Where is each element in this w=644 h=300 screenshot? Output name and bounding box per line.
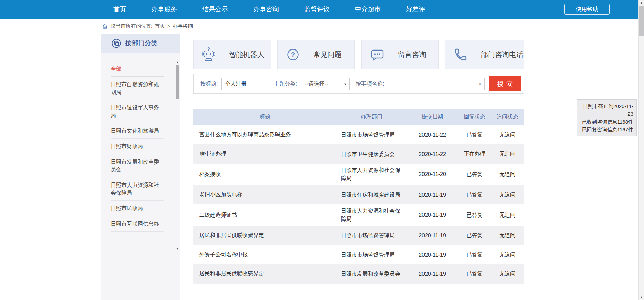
page-scroll-down-arrow[interactable]: ▼ xyxy=(639,295,644,300)
table-row: 居民和非居民供暖收费界定日照市市场监督管理局2020-11-19已答复无追问 xyxy=(193,226,524,245)
nav-item[interactable]: 结果公示 xyxy=(202,5,228,14)
nav-item[interactable]: 办事咨询 xyxy=(253,5,279,14)
notice-line: 已回复咨询信息1167件 xyxy=(580,126,633,133)
reply-status-cell: 已答复 xyxy=(459,251,491,258)
submit-date-cell: 2020-11-19 xyxy=(406,271,459,277)
follow-status-cell: 无追问 xyxy=(491,212,524,219)
title-search-input[interactable] xyxy=(221,78,268,90)
table-header-cell: 办理部门 xyxy=(337,113,406,121)
table-row: 档案接收日照市人力资源和社会保障局2020-11-20已答复无追问 xyxy=(193,164,524,185)
nav-item[interactable]: 中介超市 xyxy=(355,5,381,14)
follow-status-cell: 无追问 xyxy=(491,171,524,178)
reply-status-cell: 已答复 xyxy=(459,232,491,239)
quick-link-label: 部门咨询电话 xyxy=(481,50,523,59)
reply-status-cell: 正在办理 xyxy=(459,151,491,158)
follow-status-cell: 无追问 xyxy=(491,251,524,258)
submit-date-cell: 2020-11-19 xyxy=(406,212,459,218)
department-cell: 日照市市场监督管理局 xyxy=(337,229,406,242)
message-icon xyxy=(370,47,385,62)
category-icon xyxy=(111,38,121,48)
sidebar-item[interactable]: 日照市人力资源和社会保障局 xyxy=(111,177,164,201)
table-header-row: 标题办理部门提交日期回复状态追问状态 xyxy=(193,109,524,125)
faq-button[interactable]: ? 常见问题 xyxy=(277,40,355,69)
sidebar-item[interactable]: 日照市文化和旅游局 xyxy=(111,123,164,139)
page-scroll-up-arrow[interactable]: ▲ xyxy=(639,0,644,5)
nav-item[interactable]: 好差评 xyxy=(406,5,425,14)
table-header-cell: 回复状态 xyxy=(459,113,491,121)
department-cell: 日照市市场监督管理局 xyxy=(337,248,406,262)
sidebar-item[interactable]: 日照市退役军人事务局 xyxy=(111,100,164,123)
divider xyxy=(306,47,306,62)
sidebar-item-all[interactable]: 全部 xyxy=(111,61,164,77)
reply-status-cell: 已答复 xyxy=(459,131,491,138)
smart-robot-button[interactable]: 智能机器人 xyxy=(193,40,271,69)
sidebar-scroll-thumb[interactable] xyxy=(176,65,179,99)
breadcrumb-separator: > xyxy=(167,23,170,29)
table-header-cell: 提交日期 xyxy=(406,113,459,121)
divider xyxy=(391,47,391,62)
submit-date-cell: 2020-11-19 xyxy=(406,252,459,258)
department-sidebar: 按部门分类 全部日照市自然资源和规划局日照市退役军人事务局日照市文化和旅游局日照… xyxy=(101,34,180,300)
table-row: 二级建造师证书日照市人力资源和社会保障局2020-11-19已答复无追问 xyxy=(193,204,524,226)
sidebar-scrollbar[interactable]: ▲ ▼ xyxy=(176,61,179,251)
home-icon xyxy=(102,24,108,29)
follow-status-cell: 无追问 xyxy=(491,270,524,277)
topic-category-value: --请选择-- xyxy=(305,80,328,88)
department-cell: 日照市发展和改革委员会 xyxy=(337,267,406,281)
main-content: 智能机器人 ? 常见问题 xyxy=(193,40,524,284)
nav-item[interactable]: 监督评议 xyxy=(304,5,330,14)
search-bar: 按标题: 主题分类: --请选择-- ▼ 按事项名称: ▼ 搜 索 xyxy=(193,74,524,94)
consult-title-cell[interactable]: 外资子公司名称申报 xyxy=(193,248,337,261)
sidebar-header: 按部门分类 xyxy=(101,34,180,53)
item-name-label: 按事项名称: xyxy=(356,80,384,88)
consult-title-cell[interactable]: 居民和非居民供暖收费界定 xyxy=(193,268,337,280)
svg-text:?: ? xyxy=(291,51,295,58)
sidebar-scroll-down-arrow[interactable]: ▼ xyxy=(176,247,179,251)
consult-title-cell[interactable]: 老旧小区加装电梯 xyxy=(193,189,337,201)
nav-item[interactable]: 办事服务 xyxy=(151,5,177,14)
department-cell: 日照市人力资源和社会保障局 xyxy=(337,204,406,226)
topic-category-label: 主题分类: xyxy=(274,80,297,88)
page-scrollbar[interactable]: ▲ ▼ xyxy=(638,0,644,300)
quick-links-row: 智能机器人 ? 常见问题 xyxy=(193,40,524,69)
search-button[interactable]: 搜 索 xyxy=(489,76,521,91)
follow-status-cell: 无追问 xyxy=(491,131,524,138)
consult-title-cell[interactable]: 准生证办理 xyxy=(193,148,337,160)
breadcrumb-current: 办事咨询 xyxy=(173,23,193,29)
follow-status-cell: 无追问 xyxy=(491,232,524,239)
sidebar-item[interactable]: 日照市自然资源和规划局 xyxy=(111,77,164,100)
reply-status-cell: 已答复 xyxy=(459,270,491,277)
sidebar-scroll-up-arrow[interactable]: ▲ xyxy=(176,61,179,64)
page-scroll-thumb[interactable] xyxy=(639,6,644,36)
top-nav-bar: 首页办事服务结果公示办事咨询监督评议中介超市好差评 使用帮助 xyxy=(0,0,644,19)
chevron-down-icon: ▼ xyxy=(344,82,347,86)
department-cell: 日照市卫生健康委员会 xyxy=(337,147,406,161)
quick-link-label: 留言咨询 xyxy=(398,50,426,59)
message-consult-button[interactable]: 留言咨询 xyxy=(361,40,439,69)
consult-title-cell[interactable]: 档案接收 xyxy=(193,168,337,181)
topic-category-select[interactable]: --请选择-- ▼ xyxy=(300,78,350,90)
sidebar-item[interactable]: 日照市民政局 xyxy=(111,201,164,216)
consult-title-cell[interactable]: 二级建造师证书 xyxy=(193,209,337,222)
sidebar-item[interactable]: 日照市发展和改革委员会 xyxy=(111,154,164,177)
submit-date-cell: 2020-11-20 xyxy=(406,171,459,177)
submit-date-cell: 2020-11-22 xyxy=(406,132,459,138)
item-name-select[interactable]: ▼ xyxy=(387,78,485,90)
submit-date-cell: 2020-11-19 xyxy=(406,233,459,239)
consult-title-cell[interactable]: 莒县什么地方可以办理商品条形码业务 xyxy=(193,129,337,141)
table-row: 莒县什么地方可以办理商品条形码业务日照市市场监督管理局2020-11-22已答复… xyxy=(193,125,524,144)
sidebar-item[interactable]: 日照市财政局 xyxy=(111,139,164,154)
title-search-label: 按标题: xyxy=(200,80,218,88)
department-cell: 日照市住房和城乡建设局 xyxy=(337,188,406,202)
phone-consult-button[interactable]: 部门咨询电话 xyxy=(445,40,524,69)
nav-item[interactable]: 首页 xyxy=(113,5,126,14)
table-body: 莒县什么地方可以办理商品条形码业务日照市市场监督管理局2020-11-22已答复… xyxy=(193,125,524,284)
follow-status-cell: 无追问 xyxy=(491,191,524,198)
table-header-cell: 追问状态 xyxy=(491,113,524,121)
breadcrumb-home-link[interactable]: 首页 xyxy=(155,23,165,29)
sidebar-item[interactable]: 日照市互联网信息办 xyxy=(111,216,164,232)
notice-line: 已收到咨询信息1168件 xyxy=(580,118,633,126)
question-icon: ? xyxy=(286,47,300,62)
help-button[interactable]: 使用帮助 xyxy=(564,4,610,15)
consult-title-cell[interactable]: 居民和非居民供暖收费界定 xyxy=(193,229,337,242)
